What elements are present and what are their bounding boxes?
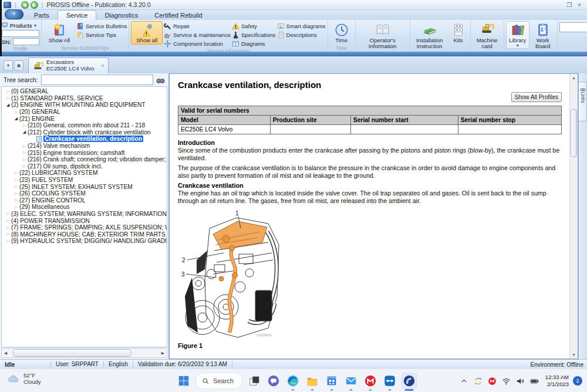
tree-collapsed-icon[interactable]: ▷ <box>13 205 19 209</box>
tab-certified-rebuild[interactable]: Certified Rebuild <box>146 11 210 20</box>
taskbar-prosis[interactable] <box>402 373 417 388</box>
taskbar-mail[interactable] <box>343 373 359 388</box>
installation-instruction-button[interactable]: Installation Instruction <box>412 21 447 50</box>
tree-item[interactable]: ▷(215) Engine transmission; camshaft <box>2 149 167 156</box>
tree-collapsed-icon[interactable]: ▷ <box>13 171 19 175</box>
taskbar-teamviewer[interactable] <box>382 373 397 388</box>
tree-item[interactable]: ▷(210) General, common info about 211 - … <box>2 122 167 129</box>
ribbon-search-input[interactable] <box>559 22 587 32</box>
tree-horizontal-scrollbar[interactable]: ◀ ⋯ ▶ <box>1 348 167 358</box>
tree-collapsed-icon[interactable]: ▷ <box>5 232 11 236</box>
tree-item[interactable]: ◢(21) ENGINE <box>2 115 167 122</box>
restore-button[interactable]: ❐ <box>566 2 572 8</box>
service-bulletins-button[interactable]: Service Bulletins <box>76 22 127 30</box>
battery-icon[interactable] <box>529 376 539 386</box>
scrollbar-thumb[interactable] <box>571 109 577 157</box>
tree-item[interactable]: ▷(26) COOLING SYSTEM <box>2 190 167 197</box>
specifications-button[interactable]: Specifications <box>232 31 276 39</box>
sn-input[interactable] <box>13 38 39 45</box>
tab-scroll-button[interactable]: ▣ <box>14 60 23 71</box>
close-button[interactable]: × <box>578 2 581 8</box>
operators-information-button[interactable]: Operator's Information <box>357 21 408 50</box>
show-all-bulletins-button[interactable]: Show All <box>43 21 75 45</box>
content-vertical-scrollbar[interactable]: ▲ ▼ <box>569 74 578 359</box>
tree-item[interactable]: ▷(1) STANDARD PARTS, SERVICE <box>2 95 167 102</box>
tree-collapsed-icon[interactable]: ▷ <box>21 164 28 168</box>
tree-collapsed-icon[interactable]: ▷ <box>13 191 19 196</box>
tree-item[interactable]: ▷(8) MACHINERY HOUSE; CAB; EXTERIOR TRIM… <box>2 231 167 238</box>
taskbar-task-view[interactable] <box>247 373 262 388</box>
product-input[interactable] <box>2 30 39 37</box>
tree-collapsed-icon[interactable]: ▷ <box>13 178 19 183</box>
time-button[interactable]: Time <box>330 21 353 45</box>
tree-collapsed-icon[interactable]: ▷ <box>13 184 19 189</box>
library-button[interactable]: Library ▼ <box>506 21 529 49</box>
taskbar-chat[interactable] <box>266 373 281 388</box>
volume-icon[interactable] <box>515 376 525 386</box>
tree-collapsed-icon[interactable]: ▷ <box>21 150 28 155</box>
tree-collapsed-icon[interactable]: ▷ <box>21 157 28 162</box>
diagrams-button[interactable]: Diagrams <box>232 40 276 48</box>
smart-diagrams-button[interactable]: Smart diagrams <box>277 22 326 30</box>
forward-button[interactable]: ▶ <box>31 1 38 9</box>
tree-item[interactable]: ▷(29) Miscellaneous <box>2 204 167 211</box>
tree-collapsed-icon[interactable]: ▷ <box>21 144 28 148</box>
kits-button[interactable]: Kits <box>448 21 468 45</box>
tree-item[interactable]: ▷(4) POWER TRANSMISSION <box>2 217 167 224</box>
tree-item[interactable]: ▷(214) Valve mechanism <box>2 143 167 150</box>
tree-collapsed-icon[interactable]: ▷ <box>5 239 11 244</box>
tree-item[interactable]: ◢(2) ENGINE WITH MOUNTING AND EQUIPMENT <box>2 102 167 109</box>
scrollbar-thumb[interactable]: ⋯ <box>13 349 131 357</box>
tree-collapsed-icon[interactable]: ▷ <box>5 89 11 94</box>
tree-item[interactable]: ▷(7) FRAME; SPRINGS; DAMPING; AXLE SUSPE… <box>2 224 167 231</box>
component-location-button[interactable]: Component location <box>164 40 231 48</box>
tab-close-icon[interactable]: × <box>101 63 104 69</box>
taskbar-search-pill[interactable]: Search <box>195 373 242 389</box>
notification-badge[interactable]: 2 <box>573 376 582 386</box>
application-menu-button[interactable]: ▼ <box>5 9 23 19</box>
tree-item[interactable]: ▷(0) GENERAL <box>2 88 167 95</box>
repair-button[interactable]: Repair <box>164 22 231 30</box>
tree-collapsed-icon[interactable]: ▷ <box>5 211 11 216</box>
sync-arrows-icon[interactable] <box>473 376 483 386</box>
tree-expanded-icon[interactable]: ◢ <box>13 116 19 121</box>
products-button[interactable]: Products ▼ <box>2 22 39 29</box>
tab-diagnostics[interactable]: Diagnostics <box>96 11 146 20</box>
taskbar-mega[interactable] <box>363 373 378 388</box>
machine-card-button[interactable]: Machine card <box>473 21 502 50</box>
scroll-down-icon[interactable]: ▼ <box>570 351 578 359</box>
taskbar-edge[interactable] <box>285 373 301 388</box>
clock-widget[interactable]: 12:33 AM2/1/2023 <box>545 374 569 388</box>
tab-list-dropdown-button[interactable]: ▼ <box>4 60 13 71</box>
taskbar-file-explorer[interactable] <box>305 373 320 388</box>
service-tips-button[interactable]: Service Tips <box>76 31 127 39</box>
links-tab[interactable]: Links <box>579 82 587 121</box>
tree-item[interactable]: ▷(216) Crank shaft; connecting rod; vibr… <box>2 156 167 163</box>
back-button[interactable]: ◀ <box>21 1 29 9</box>
tab-parts[interactable]: Parts <box>26 11 58 20</box>
tree-item[interactable]: ▷(22) LUBRICATING SYSTEM <box>2 170 167 177</box>
tree-expanded-icon[interactable]: ◢ <box>5 103 11 107</box>
wifi-icon[interactable] <box>501 376 511 386</box>
tree-expanded-icon[interactable]: ◢ <box>21 130 28 134</box>
scroll-up-icon[interactable]: ▲ <box>570 74 578 82</box>
tree-item[interactable]: ▷(3) ELEC. SYSTEM; WARNING SYSTEM; INFOR… <box>2 211 167 218</box>
mega-small-icon[interactable] <box>487 376 497 386</box>
tree-collapsed-icon[interactable]: ▷ <box>21 123 28 128</box>
tree-item[interactable]: ▷(23) FUEL SYSTEM <box>2 177 167 184</box>
tree-collapsed-icon[interactable]: ▷ <box>13 198 19 202</box>
scroll-right-icon[interactable]: ▶ <box>159 351 167 356</box>
tree-collapsed-icon[interactable]: ▷ <box>5 225 11 230</box>
tree-collapsed-icon[interactable]: ▷ <box>13 110 19 114</box>
safety-button[interactable]: Safety <box>232 22 276 30</box>
tree-item[interactable]: ▷(27) ENGINE CONTROL <box>2 197 167 204</box>
chevron-up-icon[interactable] <box>459 376 469 386</box>
tree-search-input[interactable] <box>41 75 153 85</box>
descriptions-button[interactable]: Descriptions <box>277 31 326 39</box>
tree-item[interactable]: ▷(217) Oil sump, dipstick incl. <box>2 163 167 170</box>
tree-collapsed-icon[interactable]: ▷ <box>5 96 11 100</box>
taskbar-start[interactable] <box>176 373 191 388</box>
tree-collapsed-icon[interactable]: ▷ <box>5 218 11 223</box>
tree-item[interactable]: ▷(9) HYDRAULIC SYSTEM; DIGGING/ HANDLING… <box>2 238 167 245</box>
work-board-button[interactable]: Work Board <box>531 21 555 50</box>
